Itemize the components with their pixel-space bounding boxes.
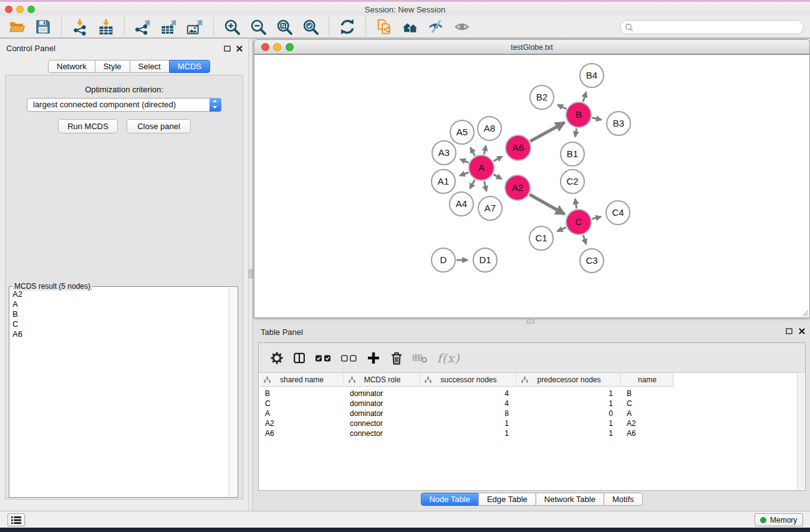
- graph-node[interactable]: A4: [450, 192, 473, 216]
- graph-node[interactable]: C2: [561, 170, 584, 193]
- mcds-result-item[interactable]: A: [10, 299, 228, 309]
- table-cell[interactable]: 1: [421, 418, 517, 428]
- table-cell[interactable]: C: [260, 399, 344, 409]
- task-history-button[interactable]: [7, 513, 25, 526]
- table-cell[interactable]: dominator: [345, 409, 420, 418]
- graph-edge[interactable]: [530, 123, 564, 142]
- run-mcds-button[interactable]: Run MCDS: [58, 119, 118, 133]
- show-all-eye-icon[interactable]: [453, 17, 472, 36]
- graph-node[interactable]: D: [432, 248, 455, 272]
- graph-node[interactable]: A7: [478, 196, 502, 220]
- mcds-result-list[interactable]: A2ABCA6: [10, 289, 228, 496]
- tab-select[interactable]: Select: [130, 60, 170, 73]
- table-cell[interactable]: A2: [622, 418, 673, 428]
- select-all-icon[interactable]: [315, 350, 332, 366]
- splitter-handle[interactable]: [249, 269, 253, 278]
- graph-edge[interactable]: [592, 118, 602, 120]
- table-cell[interactable]: 4: [421, 389, 517, 399]
- column-header-successor-nodes[interactable]: successor nodes: [421, 373, 517, 387]
- column-header-name[interactable]: name: [622, 373, 673, 387]
- graph-edge[interactable]: [460, 159, 469, 162]
- graph-edge[interactable]: [583, 235, 586, 244]
- export-image-icon[interactable]: [186, 17, 205, 36]
- tab-network[interactable]: Network: [48, 60, 95, 73]
- graph-edge[interactable]: [529, 195, 564, 215]
- graph-node[interactable]: A: [469, 155, 494, 180]
- add-column-plus-icon[interactable]: [366, 350, 381, 366]
- open-file-icon[interactable]: [7, 17, 26, 36]
- table-cell[interactable]: A2: [260, 418, 344, 428]
- graph-node[interactable]: C1: [529, 226, 553, 250]
- mcds-result-item[interactable]: B: [10, 309, 228, 319]
- table-cell[interactable]: dominator: [345, 399, 420, 409]
- zoom-in-icon[interactable]: [223, 17, 241, 36]
- refresh-icon[interactable]: [338, 17, 357, 36]
- close-panel-icon[interactable]: [235, 44, 243, 52]
- delete-table-icon[interactable]: [412, 350, 428, 366]
- panel-splitter[interactable]: [248, 39, 253, 511]
- table-scrollbar[interactable]: [797, 374, 804, 490]
- mcds-result-item[interactable]: A6: [10, 329, 228, 339]
- graph-node[interactable]: C: [566, 210, 591, 235]
- graph-edge[interactable]: [485, 181, 487, 191]
- graph-node[interactable]: B: [566, 102, 591, 127]
- table-cell[interactable]: 1: [518, 418, 621, 428]
- graph-node[interactable]: A1: [432, 170, 455, 193]
- tab-motifs[interactable]: Motifs: [604, 493, 643, 506]
- graph-edge[interactable]: [592, 217, 600, 219]
- export-table-icon[interactable]: [160, 17, 178, 36]
- graph-edge[interactable]: [493, 157, 502, 162]
- table-cell[interactable]: B: [622, 389, 673, 399]
- graph-node[interactable]: D1: [473, 248, 497, 272]
- mcds-result-item[interactable]: C: [10, 319, 228, 329]
- network-window-titlebar[interactable]: testGlobe.txt: [254, 39, 810, 54]
- first-neighbors-icon[interactable]: [401, 17, 420, 36]
- graph-edge[interactable]: [575, 128, 576, 137]
- graph-edge[interactable]: [470, 180, 475, 188]
- unselect-all-icon[interactable]: [340, 350, 357, 366]
- new-network-from-selection-icon[interactable]: [375, 17, 393, 36]
- table-cell[interactable]: connector: [345, 428, 420, 438]
- zoom-out-icon[interactable]: [249, 17, 268, 36]
- graph-node[interactable]: B2: [530, 85, 554, 109]
- graph-node[interactable]: B4: [580, 64, 604, 87]
- mcds-scrollbar[interactable]: [229, 288, 237, 496]
- table-cell[interactable]: A: [260, 409, 344, 418]
- table-cell[interactable]: 0: [518, 409, 621, 418]
- table-panel-close-icon[interactable]: [798, 327, 806, 335]
- table-cell[interactable]: B: [260, 389, 344, 399]
- network-canvas[interactable]: B4B2BB3A5A8A6A3B1AA1C2A2A4A7C4CC1C3DD1: [254, 54, 810, 318]
- delete-column-trash-icon[interactable]: [390, 350, 403, 366]
- hide-selected-eye-slash-icon[interactable]: [427, 17, 446, 36]
- column-header-MCDS-role[interactable]: MCDS role: [345, 373, 420, 387]
- graph-node[interactable]: A5: [450, 120, 474, 144]
- zoom-fit-icon[interactable]: [275, 17, 294, 36]
- graph-edge[interactable]: [493, 175, 501, 179]
- table-cell[interactable]: 8: [421, 409, 517, 418]
- table-cell[interactable]: 1: [518, 428, 621, 438]
- save-session-icon[interactable]: [34, 17, 52, 36]
- node-table[interactable]: shared nameMCDS rolesuccessor nodesprede…: [259, 373, 805, 490]
- table-settings-gear-icon[interactable]: [270, 350, 284, 366]
- table-cell[interactable]: A6: [622, 428, 673, 438]
- graph-edge[interactable]: [557, 105, 566, 109]
- graph-node[interactable]: C4: [606, 201, 630, 225]
- zoom-selected-icon[interactable]: [301, 17, 320, 36]
- graph-node[interactable]: B3: [607, 112, 630, 135]
- table-panel-float-icon[interactable]: [785, 327, 793, 335]
- optimization-criterion-dropdown[interactable]: largest connected component (directed): [27, 98, 221, 112]
- table-cell[interactable]: dominator: [345, 389, 420, 399]
- column-header-predecessor-nodes[interactable]: predecessor nodes: [518, 373, 621, 387]
- table-cell[interactable]: C: [622, 399, 673, 409]
- table-cell[interactable]: 1: [421, 428, 517, 438]
- column-visibility-icon[interactable]: [292, 350, 306, 366]
- table-cell[interactable]: 1: [518, 399, 621, 409]
- network-graph[interactable]: B4B2BB3A5A8A6A3B1AA1C2A2A4A7C4CC1C3DD1: [254, 55, 809, 317]
- graph-edge[interactable]: [557, 228, 566, 231]
- tab-network-table[interactable]: Network Table: [536, 493, 604, 506]
- graph-node[interactable]: C3: [580, 249, 604, 273]
- graph-edge[interactable]: [583, 92, 586, 102]
- tab-edge-table[interactable]: Edge Table: [478, 493, 536, 506]
- mcds-result-item[interactable]: A2: [10, 289, 228, 299]
- graph-node[interactable]: A3: [432, 141, 456, 165]
